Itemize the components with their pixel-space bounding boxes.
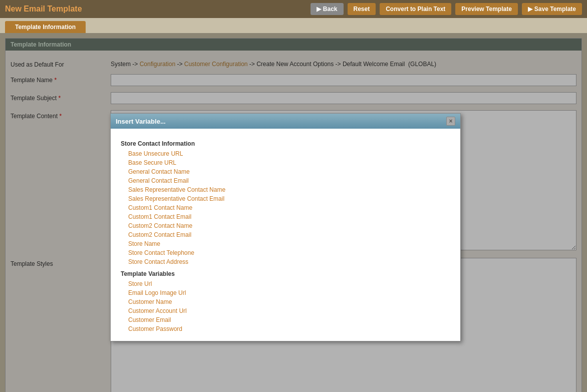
save-icon: ▶ — [528, 6, 532, 13]
back-button[interactable]: ▶ Back — [311, 3, 344, 15]
modal-title: Insert Variable... — [116, 118, 166, 125]
modal-close-button[interactable]: × — [446, 117, 455, 126]
modal-link-store-name[interactable]: Store Name — [121, 239, 450, 248]
convert-button[interactable]: Convert to Plain Text — [380, 3, 451, 15]
modal-overlay[interactable]: Insert Variable... × Store Contact Infor… — [0, 33, 587, 392]
modal-link-custom2-contact-email[interactable]: Custom2 Contact Email — [121, 230, 450, 239]
modal-link-sales-rep-contact-name[interactable]: Sales Representative Contact Name — [121, 185, 450, 194]
modal-link-email-logo-image-url[interactable]: Email Logo Image Url — [121, 288, 450, 297]
tabs-bar: Template Information — [0, 18, 587, 33]
back-icon: ▶ — [317, 6, 321, 13]
insert-variable-modal: Insert Variable... × Store Contact Infor… — [110, 113, 461, 341]
modal-link-customer-email[interactable]: Customer Email — [121, 315, 450, 324]
modal-link-customer-account-url[interactable]: Customer Account Url — [121, 306, 450, 315]
preview-button[interactable]: Preview Template — [455, 3, 518, 15]
modal-link-custom2-contact-name[interactable]: Custom2 Contact Name — [121, 221, 450, 230]
modal-link-custom1-contact-email[interactable]: Custom1 Contact Email — [121, 212, 450, 221]
modal-link-customer-password[interactable]: Customer Password — [121, 324, 450, 333]
modal-link-general-contact-email[interactable]: General Contact Email — [121, 176, 450, 185]
modal-link-store-contact-address[interactable]: Store Contact Address — [121, 257, 450, 266]
template-variables-section-title: Template Variables — [121, 270, 450, 277]
store-contact-section-title: Store Contact Information — [121, 140, 450, 147]
reset-button[interactable]: Reset — [348, 3, 376, 15]
modal-header: Insert Variable... × — [111, 114, 460, 129]
modal-link-sales-rep-contact-email[interactable]: Sales Representative Contact Email — [121, 194, 450, 203]
modal-body: Store Contact Information Base Unsecure … — [111, 129, 460, 341]
modal-link-store-url[interactable]: Store Url — [121, 279, 450, 288]
save-button[interactable]: ▶ Save Template — [522, 3, 582, 15]
page-title: New Email Template — [5, 5, 307, 14]
tab-template-information[interactable]: Template Information — [5, 21, 86, 33]
modal-link-base-unsecure-url[interactable]: Base Unsecure URL — [121, 149, 450, 158]
modal-link-customer-name[interactable]: Customer Name — [121, 297, 450, 306]
modal-link-custom1-contact-name[interactable]: Custom1 Contact Name — [121, 203, 450, 212]
modal-link-general-contact-name[interactable]: General Contact Name — [121, 167, 450, 176]
modal-link-base-secure-url[interactable]: Base Secure URL — [121, 158, 450, 167]
modal-link-store-contact-telephone[interactable]: Store Contact Telephone — [121, 248, 450, 257]
page-content: Template Information Used as Default For… — [0, 33, 587, 392]
page-header: New Email Template ▶ Back Reset Convert … — [0, 0, 587, 18]
